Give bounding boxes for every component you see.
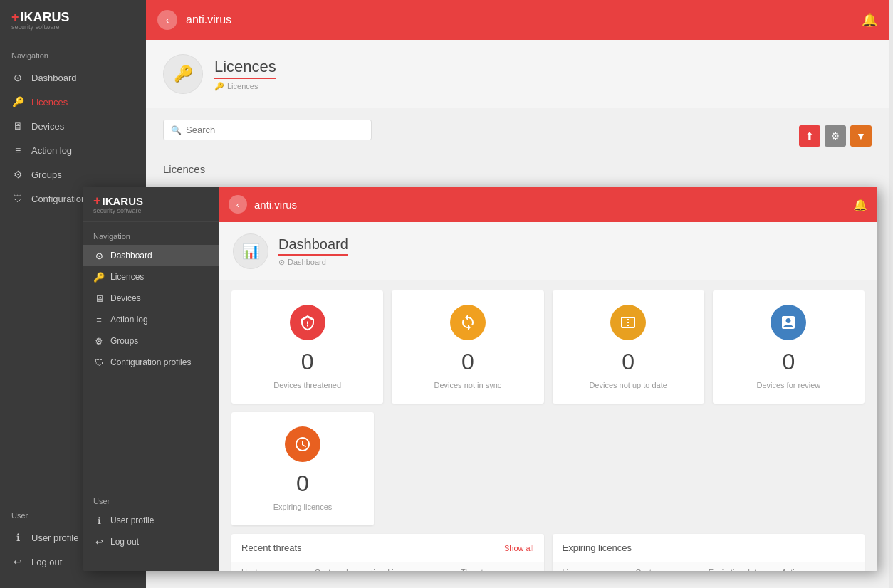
- stat-card-notuptodate: 0 Devices not up to date: [553, 290, 704, 404]
- fg-logo: +IKARUS security software: [83, 187, 219, 222]
- fg-sidebar-item-label: Groups: [110, 336, 138, 346]
- sidebar-item-dashboard[interactable]: ⊙ Dashboard: [0, 65, 146, 90]
- notuptodate-icon-circle: [610, 305, 646, 340]
- stat-number-threatened: 0: [301, 349, 314, 375]
- stat-label-notsync: Devices not in sync: [434, 381, 501, 389]
- recent-threats-columns: Host name Custom designation Licence nam…: [231, 562, 544, 571]
- breadcrumb-text: Licences: [227, 82, 258, 90]
- fg-user-section-inner: User ℹ User profile ↩ Log out: [83, 488, 219, 557]
- sidebar-item-label: Dashboard: [31, 73, 77, 83]
- fg-back-button[interactable]: ‹: [229, 195, 247, 214]
- threatened-icon-circle: [290, 305, 325, 340]
- stat-label-notuptodate: Devices not up to date: [589, 381, 667, 389]
- toolbar-icons: ⬆ ⚙ ▼: [799, 125, 872, 147]
- fg-sidebar-item-dashboard[interactable]: ⊙ Dashboard: [83, 245, 219, 266]
- devices-icon: 🖥: [11, 120, 24, 132]
- fg-nav-section-title: Navigation: [83, 232, 219, 245]
- filter-button[interactable]: ▼: [850, 125, 872, 147]
- fg-topbar-title: anti.virus: [254, 199, 297, 211]
- userprofile-icon: ℹ: [11, 531, 24, 544]
- fg-sidebar: +IKARUS security software Navigation ⊙ D…: [83, 187, 219, 571]
- back-button[interactable]: ‹: [157, 10, 177, 30]
- forreview-icon: [780, 314, 797, 331]
- fg-sidebar-item-label: Licences: [110, 272, 144, 282]
- page-title-area: Licences 🔑 Licences: [214, 58, 276, 91]
- expiring-licences-header: Expiring licences: [553, 534, 865, 562]
- recent-threats-section: Recent threats Show all Host name Custom…: [231, 534, 544, 571]
- stat-number-notuptodate: 0: [622, 349, 634, 375]
- fg-logo-subtitle: security software: [93, 207, 143, 214]
- expiring-licences-columns: Licence name Customer Expiration date Ac…: [553, 562, 865, 571]
- fg-sidebar-item-userprofile[interactable]: ℹ User profile: [83, 510, 219, 531]
- fg-main: ‹ anti.virus 🔔 📊 Dashboard ⊙ Dashboard: [219, 187, 877, 571]
- fg-sidebar-item-label: User profile: [110, 515, 154, 525]
- fg-sidebar-item-label: Devices: [110, 293, 141, 303]
- stat-card-forreview: 0 Devices for review: [713, 290, 865, 404]
- logo-plus: +: [11, 10, 19, 24]
- fg-sidebar-item-devices[interactable]: 🖥 Devices: [83, 288, 219, 309]
- config-icon: 🛡: [11, 192, 24, 205]
- stat-card-expiring: 0 Expiring licences: [231, 412, 374, 525]
- sidebar-item-licences[interactable]: 🔑 Licences: [0, 90, 146, 114]
- fg-crumb-icon: ⊙: [278, 258, 285, 267]
- fg-logo-container: +IKARUS security software: [93, 194, 143, 214]
- sidebar-item-label: Log out: [31, 557, 62, 567]
- bell-icon[interactable]: 🔔: [862, 12, 877, 28]
- page-icon: 🔑: [163, 54, 203, 94]
- sidebar-item-label: Licences: [31, 97, 68, 107]
- export-button[interactable]: ⬆: [799, 125, 820, 147]
- fg-sidebar-item-label: Log out: [110, 537, 139, 547]
- fg-breadcrumb: ⊙ Dashboard: [278, 258, 348, 267]
- stat-label-threatened: Devices threatened: [273, 381, 341, 389]
- recent-threats-title: Recent threats: [241, 542, 302, 553]
- notsync-icon-circle: [450, 305, 486, 340]
- fg-userprofile-icon: ℹ: [93, 515, 105, 526]
- fg-sidebar-item-licences[interactable]: 🔑 Licences: [83, 266, 219, 288]
- expiring-icon: [294, 436, 311, 453]
- col-actions: Actions: [781, 568, 855, 571]
- fg-sidebar-item-logout[interactable]: ↩ Log out: [83, 531, 219, 552]
- expiring-licences-section: Expiring licences Licence name Customer …: [553, 534, 865, 571]
- stat-number-forreview: 0: [782, 349, 795, 375]
- fg-content: 0 Devices threatened 0 Devices not in sy…: [219, 280, 877, 571]
- logo-text: +IKARUS: [11, 10, 70, 24]
- crumb-icon: 🔑: [214, 82, 224, 91]
- recent-threats-header: Recent threats Show all: [231, 534, 544, 562]
- fg-logo-plus: +: [93, 194, 101, 208]
- search-row: 🔍 ⬆ ⚙ ▼: [163, 120, 872, 152]
- stat-card-threatened: 0 Devices threatened: [231, 290, 383, 404]
- stats-cards-row: 0 Devices threatened 0 Devices not in sy…: [231, 290, 865, 404]
- fg-bell-icon[interactable]: 🔔: [853, 198, 867, 211]
- show-all-link[interactable]: Show all: [504, 544, 534, 552]
- groups-icon: ⚙: [11, 168, 24, 181]
- bg-nav-section-title: Navigation: [0, 51, 146, 65]
- logout-icon: ↩: [11, 555, 24, 568]
- fg-page-icon: 📊: [233, 233, 268, 269]
- fg-topbar: ‹ anti.virus 🔔: [219, 187, 877, 222]
- fg-user-section-title: User: [83, 497, 219, 510]
- fg-dashboard-icon: ⊙: [93, 250, 105, 261]
- fg-sidebar-item-config[interactable]: 🛡 Configuration profiles: [83, 352, 219, 373]
- fg-sidebar-item-label: Configuration profiles: [110, 357, 191, 367]
- fg-sidebar-item-label: Dashboard: [110, 251, 152, 261]
- search-bar[interactable]: 🔍: [163, 120, 372, 140]
- fg-breadcrumb-text: Dashboard: [288, 258, 326, 266]
- bg-logo: +IKARUS security software: [0, 0, 146, 40]
- sidebar-item-devices[interactable]: 🖥 Devices: [0, 114, 146, 138]
- sidebar-item-label: User profile: [31, 532, 78, 543]
- bg-topbar: ‹ anti.virus 🔔: [146, 0, 889, 40]
- logo-container: +IKARUS security software: [11, 10, 70, 31]
- sidebar-item-label: Action log: [31, 145, 72, 156]
- settings-button[interactable]: ⚙: [825, 125, 846, 147]
- actionlog-icon: ≡: [11, 144, 24, 157]
- fg-sidebar-item-actionlog[interactable]: ≡ Action log: [83, 309, 219, 330]
- fg-sidebar-item-groups[interactable]: ⚙ Groups: [83, 330, 219, 352]
- expiring-icon-circle: [285, 426, 320, 462]
- col-licencename2: Licence name: [563, 568, 636, 571]
- search-icon: 🔍: [171, 125, 182, 135]
- sidebar-item-actionlog[interactable]: ≡ Action log: [0, 138, 146, 162]
- fg-page-header: 📊 Dashboard ⊙ Dashboard: [219, 222, 877, 280]
- sidebar-item-groups[interactable]: ⚙ Groups: [0, 162, 146, 187]
- search-input[interactable]: [186, 125, 364, 135]
- fg-page-title-area: Dashboard ⊙ Dashboard: [278, 236, 348, 267]
